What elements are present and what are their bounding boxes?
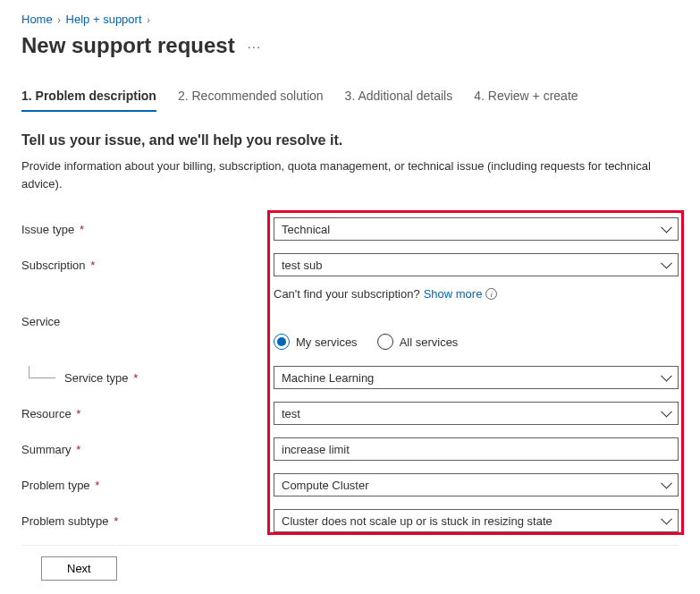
breadcrumb: Home › Help + support › <box>21 13 679 26</box>
service-label: Service <box>21 315 274 328</box>
info-icon[interactable]: i <box>485 288 497 300</box>
summary-label: Summary * <box>21 443 274 456</box>
more-menu-icon[interactable]: ··· <box>248 38 262 54</box>
show-more-link[interactable]: Show more <box>424 287 483 301</box>
service-type-select[interactable]: Machine Learning <box>274 366 679 389</box>
section-description: Provide information about your billing, … <box>21 157 679 192</box>
tab-additional-details[interactable]: 3. Additional details <box>345 89 453 112</box>
problem-subtype-label: Problem subtype * <box>21 514 274 528</box>
tab-review-create[interactable]: 4. Review + create <box>474 89 578 112</box>
radio-all-services[interactable]: All services <box>377 334 459 350</box>
summary-input[interactable]: increase limit <box>274 437 679 461</box>
chevron-right-icon: › <box>147 14 150 25</box>
problem-type-select[interactable]: Compute Cluster <box>274 473 679 496</box>
problem-subtype-select[interactable]: Cluster does not scale up or is stuck in… <box>274 509 679 532</box>
service-type-label: Service type * <box>21 371 274 385</box>
tab-recommended-solution[interactable]: 2. Recommended solution <box>178 89 324 112</box>
section-heading: Tell us your issue, and we'll help you r… <box>21 132 679 148</box>
chevron-right-icon: › <box>57 14 61 25</box>
breadcrumb-help-support[interactable]: Help + support <box>66 13 142 26</box>
issue-type-label: Issue type * <box>21 223 274 236</box>
subscription-label: Subscription * <box>21 259 274 272</box>
service-radio-group: My services All services <box>274 334 679 350</box>
radio-icon-unchecked <box>377 334 393 350</box>
resource-label: Resource * <box>21 407 274 420</box>
radio-icon-checked <box>274 334 290 350</box>
subscription-select[interactable]: test sub <box>274 253 679 276</box>
page-title: New support request <box>21 33 235 58</box>
breadcrumb-home[interactable]: Home <box>21 13 53 26</box>
next-button[interactable]: Next <box>41 556 117 581</box>
tree-branch-icon <box>29 366 55 378</box>
tab-problem-description[interactable]: 1. Problem description <box>21 89 156 112</box>
resource-select[interactable]: test <box>274 402 679 425</box>
tabs: 1. Problem description 2. Recommended so… <box>21 89 679 113</box>
issue-type-select[interactable]: Technical <box>274 217 679 241</box>
radio-my-services[interactable]: My services <box>274 334 358 350</box>
problem-type-label: Problem type * <box>21 479 274 492</box>
subscription-hint: Can't find your subscription? Show more … <box>274 287 679 301</box>
